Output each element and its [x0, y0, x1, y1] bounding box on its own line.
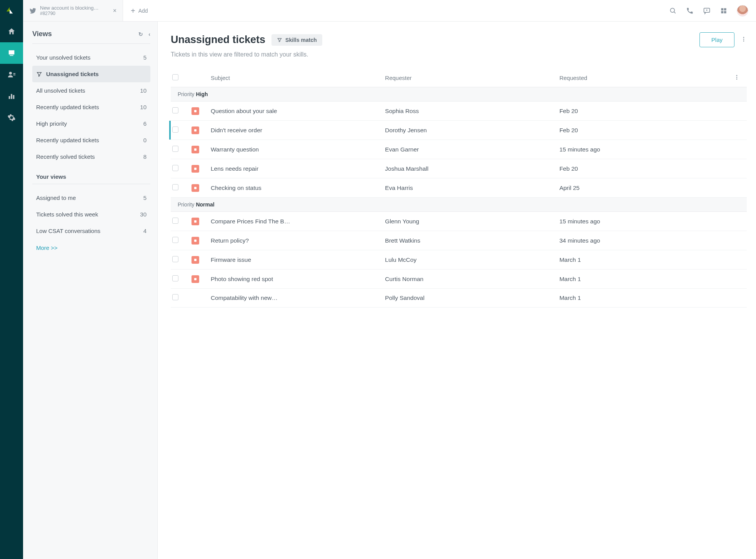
ticket-row[interactable]: Lens needs repairJoshua MarshallFeb 20 [171, 159, 747, 178]
view-count: 0 [143, 137, 147, 143]
row-checkbox[interactable] [172, 218, 178, 224]
ticket-row[interactable]: Firmware issueLulu McCoyMarch 1 [171, 250, 747, 270]
apps-icon[interactable] [720, 7, 728, 15]
sidebar-view-item[interactable]: High priority6 [32, 115, 150, 132]
cell-requested: March 1 [560, 256, 734, 263]
svg-rect-7 [9, 96, 10, 99]
cell-subject: Lens needs repair [211, 165, 385, 172]
ticket-row[interactable]: Warranty questionEvan Garner15 minutes a… [171, 140, 747, 159]
nav-reporting[interactable] [0, 85, 23, 107]
select-all-checkbox[interactable] [172, 74, 178, 80]
status-open-badge [191, 218, 199, 225]
cell-requested: March 1 [560, 276, 734, 283]
view-count: 8 [143, 153, 147, 160]
columns-overflow-menu[interactable] [734, 74, 745, 82]
page-overflow-menu[interactable] [741, 36, 747, 43]
sidebar-view-item[interactable]: Assigned to me5 [32, 190, 150, 206]
add-tab-button[interactable]: + Add [123, 0, 156, 21]
priority-group-header[interactable]: Priority High [171, 87, 747, 101]
ticket-row[interactable]: Didn't receive orderDorothy JensenFeb 20 [171, 121, 747, 140]
main-content: Unassigned tickets Skills match Play Tic… [158, 22, 756, 559]
play-button[interactable]: Play [699, 32, 734, 47]
row-checkbox[interactable] [172, 256, 178, 262]
svg-rect-9 [13, 95, 15, 99]
svg-rect-3 [10, 55, 13, 56]
view-count: 30 [140, 211, 147, 218]
svg-rect-14 [724, 8, 726, 10]
nav-views[interactable] [0, 42, 23, 64]
view-count: 10 [140, 87, 147, 94]
svg-point-18 [743, 39, 744, 40]
view-label: Recently updated tickets [36, 137, 99, 143]
cell-subject: Compare Prices Find The B… [211, 218, 385, 225]
view-count: 5 [143, 54, 147, 61]
view-label: Assigned to me [36, 195, 76, 201]
ticket-row[interactable]: Return policy?Brett Watkins34 minutes ag… [171, 231, 747, 250]
sidebar-view-item[interactable]: Unassigned tickets [32, 66, 150, 82]
row-checkbox[interactable] [172, 165, 178, 171]
plus-icon: + [131, 7, 135, 15]
view-count: 5 [143, 195, 147, 201]
sidebar-view-item[interactable]: Your unsolved tickets5 [32, 49, 150, 66]
cell-requested: 15 minutes ago [560, 218, 734, 225]
skills-match-chip[interactable]: Skills match [271, 34, 322, 46]
row-checkbox[interactable] [172, 126, 178, 133]
search-icon[interactable] [669, 7, 677, 15]
phone-icon[interactable] [686, 7, 694, 15]
tab-title: New account is blocking… [40, 5, 98, 11]
row-checkbox[interactable] [172, 275, 178, 281]
view-label: Low CSAT conversations [36, 228, 100, 234]
svg-rect-16 [724, 11, 726, 13]
svg-line-11 [674, 12, 676, 13]
priority-group-header[interactable]: Priority Normal [171, 198, 747, 212]
cell-requested: 15 minutes ago [560, 146, 734, 153]
skills-match-label: Skills match [285, 37, 317, 43]
sidebar-view-item[interactable]: Recently updated tickets10 [32, 99, 150, 115]
twitter-icon [29, 7, 36, 14]
sidebar-view-item[interactable]: Low CSAT conversations4 [32, 223, 150, 239]
product-logo [5, 6, 18, 18]
more-views-link[interactable]: More >> [32, 239, 150, 256]
col-requested[interactable]: Requested [560, 75, 734, 81]
cell-subject: Firmware issue [211, 256, 385, 263]
svg-marker-0 [7, 7, 10, 12]
cell-requested: April 25 [560, 185, 734, 191]
cell-requested: Feb 20 [560, 108, 734, 115]
nav-rail [0, 0, 23, 559]
sidebar-view-item[interactable]: Tickets solved this week30 [32, 206, 150, 223]
col-requester[interactable]: Requester [385, 75, 559, 81]
ticket-row[interactable]: Photo showing red spotCurtis NormanMarch… [171, 270, 747, 289]
cell-requester: Curtis Norman [385, 276, 559, 283]
tab-close-icon[interactable]: × [113, 7, 117, 14]
refresh-icon[interactable]: ↻ [138, 31, 143, 37]
cell-requester: Glenn Young [385, 218, 559, 225]
collapse-icon[interactable]: ‹ [148, 31, 150, 37]
row-checkbox[interactable] [172, 146, 178, 152]
cell-requester: Evan Garner [385, 146, 559, 153]
sidebar-view-item[interactable]: Recently solved tickets8 [32, 148, 150, 165]
sidebar-view-item[interactable]: Recently updated tickets0 [32, 132, 150, 148]
nav-customers[interactable] [0, 64, 23, 85]
row-checkbox[interactable] [172, 184, 178, 190]
svg-marker-1 [10, 9, 13, 13]
ticket-row[interactable]: Question about your saleSophia RossFeb 2… [171, 101, 747, 121]
row-checkbox[interactable] [172, 294, 178, 300]
svg-rect-15 [721, 11, 723, 13]
ticket-row[interactable]: Checking on statusEva HarrisApril 25 [171, 178, 747, 198]
nav-home[interactable] [0, 21, 23, 42]
row-checkbox[interactable] [172, 107, 178, 113]
sidebar-title: Views [32, 30, 52, 38]
chat-icon[interactable] [703, 7, 711, 15]
ticket-row[interactable]: Compare Prices Find The B…Glenn Young15 … [171, 212, 747, 231]
ticket-row[interactable]: Compatability with new…Polly SandovalMar… [171, 289, 747, 308]
nav-admin[interactable] [0, 107, 23, 128]
sidebar-view-item[interactable]: All unsolved tickets10 [32, 82, 150, 99]
svg-rect-5 [13, 73, 16, 74]
col-subject[interactable]: Subject [211, 75, 385, 81]
cell-requester: Polly Sandoval [385, 294, 559, 301]
row-checkbox[interactable] [172, 237, 178, 243]
open-tab[interactable]: New account is blocking… #82790 × [23, 0, 123, 21]
svg-point-20 [736, 75, 738, 76]
cell-requester: Eva Harris [385, 185, 559, 191]
avatar[interactable] [737, 5, 748, 17]
